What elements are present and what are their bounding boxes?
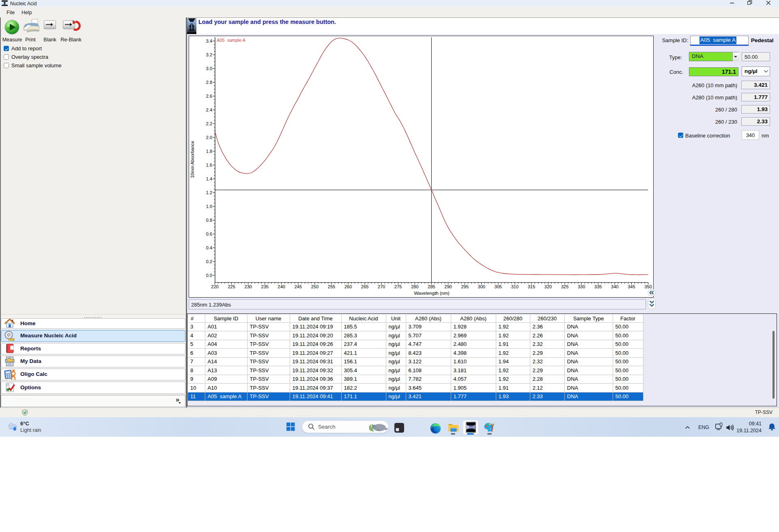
svg-text:305: 305 bbox=[494, 284, 501, 289]
svg-text:250: 250 bbox=[311, 284, 318, 289]
svg-text:230: 230 bbox=[244, 284, 252, 289]
svg-text:325: 325 bbox=[561, 284, 568, 289]
svg-text:2.8: 2.8 bbox=[206, 80, 212, 85]
svg-text:335: 335 bbox=[594, 284, 602, 289]
svg-text:280: 280 bbox=[411, 284, 418, 289]
svg-text:1.6: 1.6 bbox=[206, 163, 212, 167]
svg-text:245: 245 bbox=[294, 284, 301, 289]
svg-text:225: 225 bbox=[228, 284, 235, 289]
svg-text:270: 270 bbox=[378, 284, 385, 289]
svg-text:220: 220 bbox=[211, 284, 218, 289]
svg-text:2.6: 2.6 bbox=[206, 94, 212, 99]
svg-text:1.4: 1.4 bbox=[206, 176, 212, 181]
svg-text:265: 265 bbox=[361, 284, 368, 289]
svg-text:275: 275 bbox=[394, 284, 402, 289]
svg-text:0.6: 0.6 bbox=[206, 232, 212, 236]
svg-text:2.0: 2.0 bbox=[206, 135, 212, 140]
svg-text:3.0: 3.0 bbox=[206, 66, 212, 71]
svg-text:330: 330 bbox=[577, 284, 585, 289]
svg-text:Wavelength (nm): Wavelength (nm) bbox=[414, 291, 449, 296]
svg-text:260: 260 bbox=[344, 284, 351, 289]
svg-text:0.8: 0.8 bbox=[206, 218, 212, 223]
svg-text:295: 295 bbox=[461, 284, 468, 289]
svg-text:340: 340 bbox=[611, 284, 618, 289]
svg-text:310: 310 bbox=[511, 284, 518, 289]
svg-text:2.4: 2.4 bbox=[206, 107, 212, 112]
svg-text:1.0: 1.0 bbox=[206, 204, 212, 209]
svg-text:1.2: 1.2 bbox=[206, 190, 212, 195]
svg-text:235: 235 bbox=[261, 284, 268, 289]
svg-text:A05 sample A: A05 sample A bbox=[217, 38, 246, 43]
svg-text:240: 240 bbox=[278, 284, 285, 289]
svg-text:350: 350 bbox=[644, 284, 652, 289]
svg-text:0.2: 0.2 bbox=[206, 259, 212, 264]
svg-text:290: 290 bbox=[444, 284, 452, 289]
svg-text:285: 285 bbox=[428, 284, 435, 289]
svg-text:1.8: 1.8 bbox=[206, 149, 212, 154]
svg-text:255: 255 bbox=[327, 284, 335, 289]
svg-text:300: 300 bbox=[478, 284, 485, 289]
svg-text:315: 315 bbox=[527, 284, 535, 289]
svg-text:3.4: 3.4 bbox=[206, 39, 212, 43]
svg-text:3.2: 3.2 bbox=[206, 52, 212, 57]
svg-text:345: 345 bbox=[628, 284, 635, 289]
svg-text:0.4: 0.4 bbox=[206, 245, 212, 250]
svg-text:0.0: 0.0 bbox=[206, 273, 212, 278]
svg-text:2.2: 2.2 bbox=[206, 121, 212, 126]
svg-text:320: 320 bbox=[544, 284, 551, 289]
